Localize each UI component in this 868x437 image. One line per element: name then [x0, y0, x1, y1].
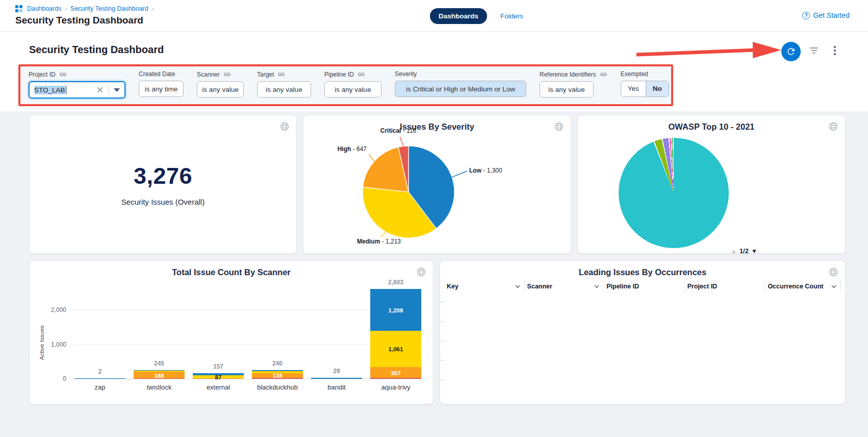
empty-row-divider — [441, 360, 445, 361]
severity-filter-value[interactable]: is Critical or High or Medium or Low — [395, 81, 526, 97]
breadcrumb: Dashboards › Security Testing Dashboard … — [15, 5, 154, 12]
filters-toggle-icon[interactable] — [809, 47, 819, 56]
dashboards-grid-icon — [15, 5, 22, 12]
severity-slice-label: High - 647 — [338, 145, 367, 153]
segment-low[interactable] — [252, 370, 303, 371]
empty-row-divider — [441, 341, 445, 342]
divider — [109, 85, 109, 95]
segment-low[interactable] — [370, 289, 421, 331]
label-leader-line — [452, 171, 467, 177]
column-header-scanner[interactable]: Scanner — [524, 280, 604, 293]
exempted-toggle: YesNo — [621, 81, 669, 97]
segment-low[interactable] — [74, 378, 125, 379]
segment-medium[interactable] — [134, 371, 185, 372]
tab-folders[interactable]: Folders — [500, 12, 523, 20]
segment-low[interactable] — [134, 370, 185, 371]
breadcrumb-dashboards[interactable]: Dashboards — [27, 5, 61, 12]
column-header-pipeline-id[interactable]: Pipeline ID — [603, 280, 684, 293]
exempted-option-yes[interactable]: Yes — [621, 81, 646, 96]
more-options-icon[interactable] — [833, 46, 836, 57]
occurrences-table-title: Leading Issues By Occurrences — [440, 268, 845, 277]
bar-total-label: 2 — [74, 368, 125, 375]
y-tick-label: 0 — [44, 375, 66, 382]
header-tabs: Dashboards Folders — [430, 8, 523, 24]
x-category-label: external — [189, 383, 248, 391]
filter-label: Project ID — [29, 70, 125, 78]
segment-medium[interactable] — [370, 331, 421, 368]
page-down-icon[interactable]: ▼ — [751, 248, 757, 255]
chevron-down-icon[interactable] — [114, 88, 120, 92]
bar-total-label: 245 — [134, 360, 185, 367]
filter-scanner: Scanneris any value — [197, 70, 244, 98]
segment-medium[interactable] — [193, 375, 244, 378]
sort-chevron-icon[interactable] — [831, 285, 836, 288]
reference-identifiers-filter-value[interactable]: is any value — [540, 81, 594, 98]
filter-project-id: Project IDSTO_LAB — [29, 70, 125, 99]
project-id-filter-input[interactable]: STO_LAB — [29, 81, 125, 99]
security-issues-label: Security Issues (Overall) — [121, 198, 205, 206]
link-icon — [59, 70, 67, 78]
card-issues-by-severity: Issues By Severity Low - 1,300Medium - 1… — [303, 115, 571, 254]
page-title: Security Testing Dashboard — [15, 15, 143, 26]
column-label: Project ID — [687, 283, 717, 290]
column-header-occurrence-count[interactable]: Occurrence Count — [764, 280, 841, 293]
page-up-icon[interactable]: ▲ — [731, 248, 737, 255]
get-started-link[interactable]: ? Get Started — [802, 11, 850, 19]
y-tick-label: 1,000 — [44, 341, 66, 348]
tab-dashboards[interactable]: Dashboards — [430, 8, 487, 24]
dashboard-heading: Security Testing Dashboard — [29, 44, 164, 56]
owasp-chart-title: OWASP Top 10 - 2021 — [578, 122, 845, 132]
exempted-option-no[interactable]: No — [646, 81, 669, 96]
card-total-issue-count-by-scanner: Total Issue Count By Scanner Active Issu… — [29, 260, 433, 404]
segment-high[interactable] — [252, 373, 303, 378]
x-category-label: blackduckhub — [248, 383, 307, 391]
column-header-key[interactable]: Key — [444, 280, 524, 293]
scanner-bar-plot[interactable]: 01,0002,0002zap188245twistlock87157exter… — [70, 261, 426, 379]
sort-chevron-icon[interactable] — [594, 285, 599, 288]
empty-row-divider — [441, 321, 445, 322]
link-icon — [358, 70, 365, 78]
created-date-filter-value[interactable]: is any time — [139, 81, 184, 97]
segment-high[interactable] — [134, 372, 185, 378]
empty-row-divider — [441, 379, 445, 380]
bar-total-label: 240 — [252, 360, 303, 367]
segment-medium[interactable] — [252, 371, 303, 373]
filter-reference-identifiers: Reference Identifiersis any value — [540, 70, 607, 98]
label-leader-line — [380, 232, 386, 237]
refresh-icon — [786, 46, 796, 57]
segment-critical[interactable] — [370, 378, 421, 379]
segment-low[interactable] — [193, 373, 244, 375]
target-filter-value[interactable]: is any value — [257, 81, 311, 98]
x-category-label: bandit — [307, 383, 366, 391]
sort-chevron-icon[interactable] — [515, 285, 520, 288]
x-category-label: zap — [70, 383, 130, 391]
column-header-project-id[interactable]: Project ID — [684, 280, 765, 293]
column-label: Occurrence Count — [768, 283, 823, 290]
severity-slice-label: Critical - 116 — [380, 127, 417, 134]
owasp-pie-chart[interactable] — [619, 138, 729, 248]
breadcrumb-current-dashboard[interactable]: Security Testing Dashboard — [70, 5, 148, 12]
breadcrumb-separator-icon: › — [65, 6, 67, 12]
label-leader-line — [400, 137, 403, 146]
segment-high[interactable] — [370, 367, 421, 378]
severity-pie-chart[interactable]: Low - 1,300Medium - 1,213High - 647Criti… — [303, 115, 572, 254]
link-icon — [277, 70, 285, 78]
filter-label: Scanner — [197, 70, 244, 78]
filter-label: Severity — [395, 70, 526, 78]
segment-high[interactable] — [193, 378, 244, 379]
filter-created-date: Created Dateis any time — [139, 70, 184, 97]
severity-slice-label: Medium - 1,213 — [357, 238, 401, 245]
label-leader-line — [369, 154, 374, 161]
bar-total-label: 157 — [193, 363, 244, 370]
pipeline-id-filter-value[interactable]: is any value — [324, 81, 381, 98]
refresh-button[interactable] — [781, 42, 801, 61]
segment-critical[interactable] — [134, 378, 185, 379]
clear-icon[interactable] — [96, 86, 104, 93]
filter-bar: Project IDSTO_LABCreated Dateis any time… — [20, 66, 671, 104]
segment-critical[interactable] — [252, 378, 303, 379]
selected-text: STO_LAB — [34, 86, 65, 94]
y-tick-label: 2,000 — [44, 306, 66, 313]
segment-low[interactable] — [311, 378, 362, 379]
help-icon: ? — [802, 12, 810, 19]
scanner-filter-value[interactable]: is any value — [197, 81, 244, 98]
